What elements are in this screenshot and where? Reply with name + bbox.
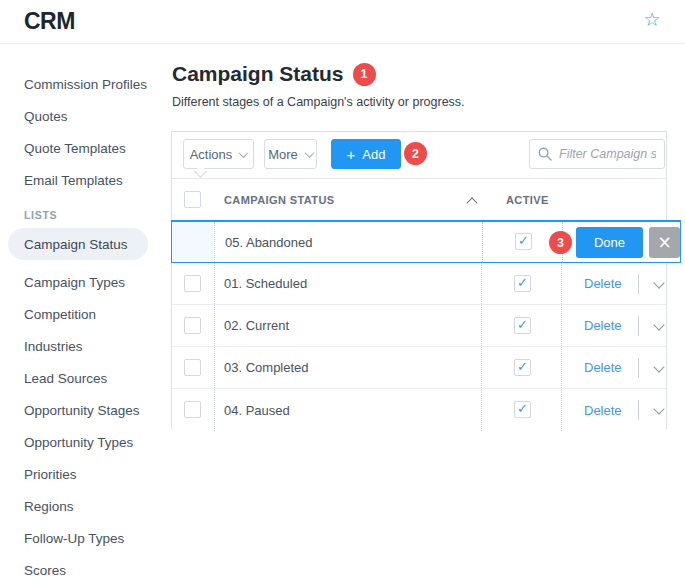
- sidebar-item-campaign-types[interactable]: Campaign Types: [0, 266, 160, 298]
- chevron-down-icon: [304, 148, 314, 158]
- delete-button[interactable]: Delete: [584, 305, 622, 346]
- row-expand-chevron-icon[interactable]: [651, 278, 667, 292]
- row-name: 03. Completed: [224, 347, 309, 388]
- divider: [638, 400, 639, 420]
- page-title-row: Campaign Status 1: [172, 62, 376, 86]
- add-button[interactable]: + Add: [331, 139, 401, 169]
- annotation-badge-3: 3: [549, 231, 572, 254]
- done-button[interactable]: Done: [576, 227, 643, 258]
- check-icon: ✓: [517, 402, 528, 415]
- campaign-status-panel: Actions More + Add 2 CAMPAIGN STATUS ACT…: [171, 131, 667, 429]
- page-subtitle: Different stages of a Campaign's activit…: [172, 95, 465, 109]
- more-button-label: More: [268, 147, 298, 162]
- row-expand-chevron-icon[interactable]: [651, 320, 667, 334]
- select-all-checkbox[interactable]: [184, 191, 201, 208]
- sidebar-item-industries[interactable]: Industries: [0, 330, 160, 362]
- column-separator: [482, 222, 483, 262]
- column-separator: [214, 263, 215, 304]
- table-row: 04. Paused ✓ Delete: [172, 389, 666, 431]
- sort-ascending-icon[interactable]: [466, 197, 477, 208]
- actions-button-label: Actions: [190, 147, 233, 162]
- filter-field-wrap: [529, 139, 665, 169]
- column-separator: [214, 347, 215, 388]
- table-row: 01. Scheduled ✓ Delete: [172, 263, 666, 305]
- sidebar-item-commission-profiles[interactable]: Commission Profiles: [0, 68, 160, 100]
- sidebar-item-follow-up-types[interactable]: Follow-Up Types: [0, 522, 160, 554]
- row-name: 04. Paused: [224, 389, 290, 431]
- annotation-badge-2: 2: [404, 142, 427, 165]
- page-title: Campaign Status: [172, 62, 344, 86]
- column-separator: [561, 305, 562, 346]
- table-header-row: CAMPAIGN STATUS ACTIVE: [172, 178, 666, 220]
- divider: [638, 316, 639, 336]
- divider: [638, 274, 639, 294]
- edit-row-name-input[interactable]: 05. Abandoned: [225, 222, 312, 262]
- row-select-checkbox[interactable]: [184, 359, 201, 376]
- cancel-edit-button[interactable]: ×: [649, 227, 680, 258]
- active-checkbox[interactable]: ✓: [514, 359, 531, 376]
- actions-button[interactable]: Actions: [183, 139, 254, 169]
- edit-row-checkbox-cell: [172, 222, 215, 262]
- column-separator: [561, 389, 562, 431]
- delete-button[interactable]: Delete: [584, 263, 622, 304]
- row-select-checkbox[interactable]: [184, 401, 201, 418]
- delete-button[interactable]: Delete: [584, 347, 622, 388]
- sidebar-item-opportunity-stages[interactable]: Opportunity Stages: [0, 394, 160, 426]
- row-expand-chevron-icon[interactable]: [651, 404, 667, 418]
- active-checkbox[interactable]: ✓: [514, 275, 531, 292]
- sidebar-item-regions[interactable]: Regions: [0, 490, 160, 522]
- column-header-active: ACTIVE: [506, 194, 549, 206]
- table-row: 02. Current ✓ Delete: [172, 305, 666, 347]
- settings-sidebar: Commission Profiles Quotes Quote Templat…: [0, 68, 160, 583]
- sidebar-item-email-templates[interactable]: Email Templates: [0, 164, 160, 196]
- row-select-checkbox[interactable]: [184, 317, 201, 334]
- delete-button[interactable]: Delete: [584, 389, 622, 431]
- check-icon: ✓: [517, 318, 528, 331]
- sidebar-item-opportunity-types[interactable]: Opportunity Types: [0, 426, 160, 458]
- column-separator: [561, 347, 562, 388]
- column-separator: [214, 305, 215, 346]
- divider: [638, 358, 639, 378]
- column-separator: [481, 305, 482, 346]
- sidebar-item-lead-sources[interactable]: Lead Sources: [0, 362, 160, 394]
- row-name: 01. Scheduled: [224, 263, 307, 304]
- column-separator: [214, 389, 215, 431]
- crm-settings-page: CRM ☆ Commission Profiles Quotes Quote T…: [0, 0, 685, 583]
- sidebar-section-lists: LISTS: [0, 202, 160, 228]
- sidebar-item-quote-templates[interactable]: Quote Templates: [0, 132, 160, 164]
- row-expand-chevron-icon[interactable]: [651, 362, 667, 376]
- plus-icon: +: [347, 147, 356, 162]
- annotation-badge-1: 1: [353, 63, 376, 86]
- table-row-editing: 05. Abandoned ✓ 3 Done ×: [171, 220, 681, 263]
- table-row: 03. Completed ✓ Delete: [172, 347, 666, 389]
- close-icon: ×: [657, 232, 671, 252]
- sidebar-item-campaign-status[interactable]: Campaign Status: [8, 228, 148, 260]
- app-header: CRM ☆: [0, 0, 685, 44]
- sidebar-item-quotes[interactable]: Quotes: [0, 100, 160, 132]
- row-name: 02. Current: [224, 305, 289, 346]
- chevron-down-icon: [239, 148, 249, 158]
- active-checkbox[interactable]: ✓: [515, 233, 532, 250]
- column-separator: [481, 389, 482, 431]
- more-button[interactable]: More: [264, 139, 317, 169]
- active-checkbox[interactable]: ✓: [514, 317, 531, 334]
- sidebar-item-competition[interactable]: Competition: [0, 298, 160, 330]
- add-button-label: Add: [362, 147, 385, 162]
- column-header-campaign-status[interactable]: CAMPAIGN STATUS: [224, 194, 335, 206]
- check-icon: ✓: [518, 234, 529, 247]
- row-select-checkbox[interactable]: [184, 275, 201, 292]
- column-separator: [481, 347, 482, 388]
- sidebar-item-priorities[interactable]: Priorities: [0, 458, 160, 490]
- check-icon: ✓: [517, 360, 528, 373]
- filter-input[interactable]: [529, 139, 665, 169]
- column-separator: [481, 263, 482, 304]
- active-checkbox[interactable]: ✓: [514, 401, 531, 418]
- column-separator: [561, 263, 562, 304]
- check-icon: ✓: [517, 276, 528, 289]
- app-title: CRM: [24, 8, 75, 35]
- sidebar-item-scores[interactable]: Scores: [0, 554, 160, 583]
- favorite-star-icon[interactable]: ☆: [640, 6, 664, 32]
